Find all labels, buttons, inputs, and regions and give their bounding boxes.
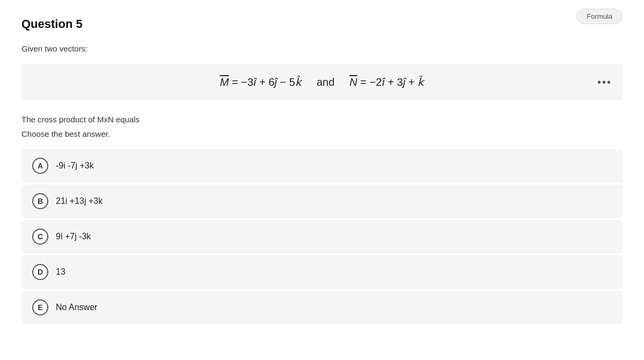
option-circle-e: E (32, 299, 48, 315)
option-circle-b: B (32, 193, 48, 209)
option-label-c: 9i +7j -3k (56, 232, 91, 241)
option-label-d: 13 (56, 267, 65, 277)
question-title: Question 5 (21, 17, 623, 31)
formula-right: N = −2î + 3ĵ + k̂ (349, 76, 424, 89)
option-item-c[interactable]: C9i +7j -3k (21, 220, 623, 253)
option-item-a[interactable]: A-9i -7j +3k (21, 149, 623, 182)
option-item-d[interactable]: D13 (21, 255, 623, 289)
option-circle-c: C (32, 229, 48, 245)
more-options-button[interactable]: ••• (597, 76, 612, 89)
option-item-b[interactable]: B21i +13j +3k (21, 185, 623, 218)
options-list: A-9i -7j +3kB21i +13j +3kC9i +7j -3kD13E… (21, 149, 623, 324)
option-label-b: 21i +13j +3k (56, 196, 103, 206)
option-circle-a: A (32, 158, 48, 174)
formula-box: M = −3î + 6ĵ − 5k̂ and N = −2î + 3ĵ + k̂… (21, 64, 623, 100)
formula-button-label: Formula (587, 12, 612, 20)
option-label-e: No Answer (56, 303, 97, 312)
formula-content: M = −3î + 6ĵ − 5k̂ and N = −2î + 3ĵ + k̂ (220, 76, 424, 89)
question-body: The cross product of MxN equals (21, 113, 623, 126)
given-label: Given two vectors: (21, 44, 623, 53)
option-label-a: -9i -7j +3k (56, 161, 94, 171)
formula-left: M = −3î + 6ĵ − 5k̂ (220, 76, 302, 89)
formula-button[interactable]: Formula (576, 9, 623, 24)
option-item-e[interactable]: ENo Answer (21, 291, 623, 324)
option-circle-d: D (32, 264, 48, 280)
formula-connector: and (317, 76, 334, 89)
choose-text: Choose the best answer. (21, 129, 623, 138)
